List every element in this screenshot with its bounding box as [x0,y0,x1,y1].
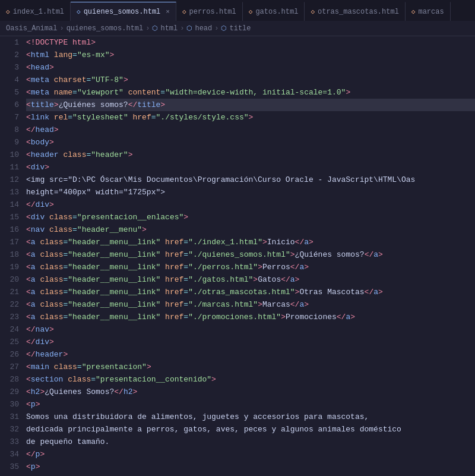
code-line[interactable]: <a class="header__menu__link" href="./pr… [26,311,475,323]
line-number: 1 [5,36,19,49]
tab-tab-perros[interactable]: ◇perros.html [176,2,243,21]
tab-icon: ◇ [311,8,315,15]
tab-icon: ◇ [411,8,416,15]
tab-icon: ◇ [182,8,186,15]
line-number: 30 [5,398,19,411]
tab-tab-otras[interactable]: ◇otras_mascotas.html [305,2,405,21]
line-number: 18 [5,248,19,261]
line-number: 29 [5,386,19,398]
line-number: 17 [5,236,19,248]
code-line[interactable]: <span class="texto-destacado">Garritas d… [26,473,475,476]
line-number: 11 [5,161,19,174]
line-number: 6 [5,99,19,111]
tab-label: gatos.html [255,8,298,16]
line-number: 16 [5,223,19,236]
line-number: 36 [5,473,19,476]
breadcrumb-item[interactable]: head [195,24,212,33]
breadcrumb-icon: ⬡ [152,24,158,32]
line-number: 7 [5,111,19,124]
code-line[interactable]: <meta name="viewport" content="width=dev… [26,86,475,99]
code-line[interactable]: </p> [26,448,475,461]
line-number: 23 [5,311,19,323]
line-number: 4 [5,74,19,86]
line-number: 26 [5,348,19,361]
line-number: 8 [5,124,19,136]
tab-label: index_1.html [13,8,64,16]
code-line[interactable]: <header class="header"> [26,149,475,161]
code-line[interactable]: height="400px" width="1725px"> [26,186,475,198]
code-line[interactable]: </head> [26,124,475,136]
editor: 1234567891011121314151617181920212223242… [0,36,475,476]
breadcrumb-separator: › [214,24,218,33]
breadcrumb-icon: ⬡ [221,24,227,32]
tab-close-icon[interactable]: × [166,8,170,15]
line-number: 35 [5,461,19,473]
line-number: 12 [5,174,19,186]
line-number: 28 [5,373,19,386]
code-line[interactable]: de pequeño tamaño. [26,436,475,448]
code-area[interactable]: <!DOCTYPE html><html lang="es-mx"><head>… [24,36,475,476]
breadcrumb-item[interactable]: html [160,24,178,33]
code-line[interactable]: dedicada principalmente a perros, gatos,… [26,423,475,436]
line-number: 33 [5,436,19,448]
editor-content: 1234567891011121314151617181920212223242… [0,36,475,476]
code-line[interactable]: <title>¿Quiénes somos?</title> [26,99,475,111]
breadcrumb-item[interactable]: quienes_somos.html [66,24,144,33]
code-line[interactable]: <nav class="header__menu"> [26,223,475,236]
tab-icon: ◇ [77,8,81,15]
tab-icon: ◇ [249,8,253,15]
code-line[interactable]: <p> [26,398,475,411]
tab-label: quienes_somos.html [84,8,161,16]
code-line[interactable]: <a class="header__menu__link" href="./ot… [26,286,475,298]
tab-tab-marcas[interactable]: ◇marcas [406,2,451,21]
breadcrumb-item[interactable]: title [229,24,251,33]
tab-tab-gatos[interactable]: ◇gatos.html [243,2,305,21]
code-line[interactable]: <a class="header__menu__link" href="./pe… [26,261,475,273]
breadcrumb-separator: › [145,24,150,33]
code-line[interactable]: <a class="header__menu__link" href="./ma… [26,298,475,311]
tab-tab-quienes[interactable]: ◇quienes_somos.html× [71,2,176,21]
code-line[interactable]: </div> [26,198,475,211]
code-line[interactable]: <!DOCTYPE html> [26,36,475,49]
line-number: 9 [5,136,19,149]
line-number: 13 [5,186,19,198]
line-numbers: 1234567891011121314151617181920212223242… [0,36,24,476]
code-line[interactable]: <img src="D:\PC Óscar\Mis Documentos\Pro… [26,174,475,186]
code-line[interactable]: </header> [26,348,475,361]
line-number: 31 [5,411,19,423]
code-line[interactable]: Somos una distribuidora de alimentos, ju… [26,411,475,423]
line-number: 19 [5,261,19,273]
code-line[interactable]: <div class="presentacion__enlaces"> [26,211,475,223]
breadcrumb-item[interactable]: Oasis_Animal [6,24,57,33]
line-number: 21 [5,286,19,298]
code-line[interactable]: </nav> [26,323,475,336]
breadcrumb: Oasis_Animal›quienes_somos.html›⬡html›⬡h… [0,21,475,36]
code-line[interactable]: <p> [26,461,475,473]
code-line[interactable]: <a class="header__menu__link" href="./in… [26,236,475,248]
code-line[interactable]: <meta charset="UTF-8"> [26,74,475,86]
line-number: 25 [5,336,19,348]
line-number: 24 [5,323,19,336]
code-line[interactable]: <a class="header__menu__link" href="./qu… [26,248,475,261]
line-number: 20 [5,273,19,286]
code-line[interactable]: <main class="presentacion"> [26,361,475,373]
line-number: 22 [5,298,19,311]
breadcrumb-separator: › [180,24,184,33]
tab-label: perros.html [189,8,236,16]
code-line[interactable]: <link rel="stylesheet" href="./styles/st… [26,111,475,124]
code-line[interactable]: <head> [26,61,475,74]
code-line[interactable]: <h2>¿Quienes Somos?</h2> [26,386,475,398]
tab-bar: ◇index_1.html◇quienes_somos.html×◇perros… [0,0,475,21]
line-number: 2 [5,49,19,61]
code-line[interactable]: <html lang="es-mx"> [26,49,475,61]
tab-label: otras_mascotas.html [318,8,399,16]
code-line[interactable]: <div> [26,161,475,174]
code-line[interactable]: <body> [26,136,475,149]
line-number: 14 [5,198,19,211]
code-line[interactable]: </div> [26,336,475,348]
code-line[interactable]: <section class="presentacion__contenido"… [26,373,475,386]
tab-tab-index[interactable]: ◇index_1.html [0,2,71,21]
line-number: 5 [5,86,19,99]
code-line[interactable]: <a class="header__menu__link" href="./ga… [26,273,475,286]
tab-label: marcas [418,8,444,16]
